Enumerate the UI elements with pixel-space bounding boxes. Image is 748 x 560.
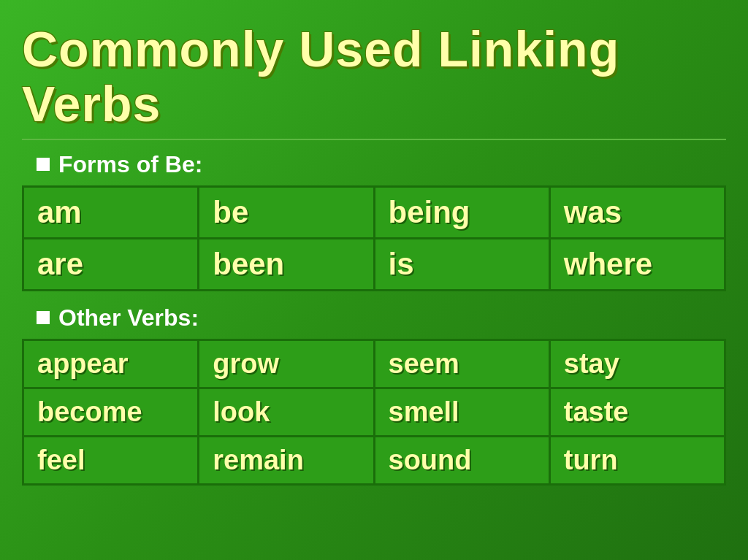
cell-become: become <box>23 388 199 436</box>
table-row: appear grow seem stay <box>23 340 725 388</box>
table-row: am be being was <box>23 186 725 238</box>
cell-be: be <box>199 186 374 238</box>
cell-smell: smell <box>374 388 549 436</box>
cell-am: am <box>23 186 199 238</box>
page: Commonly Used Linking Verbs Forms of Be:… <box>0 0 748 560</box>
cell-seem: seem <box>374 340 549 388</box>
cell-been: been <box>199 238 374 290</box>
cell-stay: stay <box>549 340 725 388</box>
cell-are: are <box>23 238 199 290</box>
cell-grow: grow <box>199 340 374 388</box>
cell-where: where <box>549 238 725 290</box>
cell-was: was <box>549 186 725 238</box>
cell-feel: feel <box>23 436 199 484</box>
cell-is: is <box>374 238 549 290</box>
cell-being: being <box>374 186 549 238</box>
cell-appear: appear <box>23 340 199 388</box>
other-verbs-label: Other Verbs: <box>58 304 199 331</box>
cell-taste: taste <box>549 388 725 436</box>
bullet-icon <box>37 158 50 171</box>
forms-of-be-header: Forms of Be: <box>37 151 726 178</box>
divider <box>22 139 726 140</box>
page-title: Commonly Used Linking Verbs <box>22 22 726 131</box>
table-row: feel remain sound turn <box>23 436 725 484</box>
cell-remain: remain <box>199 436 374 484</box>
table-row: are been is where <box>23 238 725 290</box>
forms-of-be-table: am be being was are been is where <box>22 185 726 291</box>
other-verbs-header: Other Verbs: <box>37 304 726 331</box>
forms-of-be-label: Forms of Be: <box>58 151 202 178</box>
other-verbs-table: appear grow seem stay become look smell … <box>22 339 726 486</box>
cell-sound: sound <box>374 436 549 484</box>
cell-turn: turn <box>549 436 725 484</box>
bullet-icon <box>37 311 50 324</box>
cell-look: look <box>199 388 374 436</box>
table-row: become look smell taste <box>23 388 725 436</box>
